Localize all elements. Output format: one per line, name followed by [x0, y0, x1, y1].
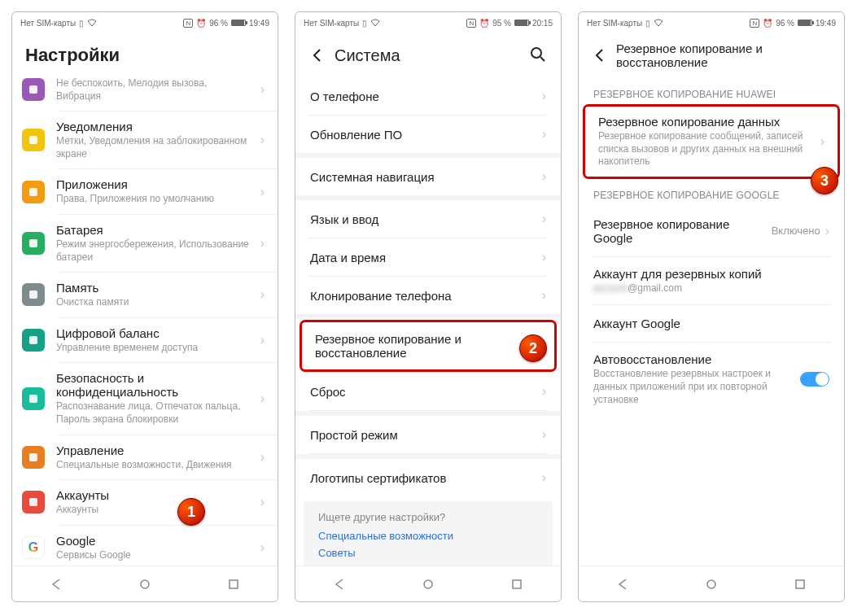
nav-back[interactable] [295, 566, 384, 601]
wifi-icon [654, 19, 663, 27]
svg-rect-0 [29, 85, 37, 94]
nav-recents[interactable] [189, 566, 278, 601]
settings-row-3[interactable]: Батарея Режим энергосбережения, Использо… [12, 215, 278, 272]
row-title: О телефоне [310, 90, 542, 103]
battery-icon [798, 20, 812, 26]
system-row-7[interactable]: Сброс› [295, 373, 561, 410]
chevron-right-icon: › [542, 427, 546, 442]
settings-row-1[interactable]: Уведомления Метки, Уведомления на заблок… [12, 111, 278, 168]
row-subtitle: Режим энергосбережения, Использование ба… [56, 238, 254, 264]
system-row-1[interactable]: Обновление ПО› [295, 116, 561, 153]
google-account-row[interactable]: Аккаунт Google [579, 305, 844, 342]
settings-icon [22, 78, 45, 101]
row-subtitle: account@gmail.com [593, 282, 829, 295]
status-bar: Нет SIM-карты ▯ N ⏰ 96 % 19:49 [579, 12, 844, 33]
nav-recents[interactable] [755, 566, 844, 601]
svg-point-15 [707, 580, 715, 588]
nav-home[interactable] [384, 566, 473, 601]
page-title: Система [335, 46, 400, 65]
svg-rect-8 [29, 498, 37, 506]
nav-home[interactable] [101, 566, 190, 601]
auto-restore-toggle[interactable] [800, 372, 829, 387]
search-button[interactable] [530, 46, 548, 64]
nav-home[interactable] [667, 566, 756, 601]
chevron-right-icon: › [542, 169, 546, 184]
settings-row-4[interactable]: Память Очистка памяти › [12, 273, 278, 317]
chevron-right-icon: › [542, 384, 546, 399]
settings-row-6[interactable]: Безопасность и конфиденциальность Распоз… [12, 363, 278, 434]
auto-restore-row[interactable]: Автовосстановление Восстановление резерв… [579, 343, 844, 416]
nav-back[interactable] [579, 566, 667, 601]
nosim-icon: ▯ [79, 19, 84, 28]
system-row-6[interactable]: Резервное копирование и восстановление› [300, 321, 556, 371]
footer-question: Ищете другие настройки? [318, 511, 538, 523]
back-button[interactable] [308, 46, 326, 64]
nosim-icon: ▯ [645, 19, 650, 28]
row-title: Обновление ПО [310, 128, 542, 142]
row-title: Аккаунт для резервных копий [593, 267, 829, 281]
row-subtitle: Управление временем доступа [56, 342, 254, 355]
section-header-google: РЕЗЕРВНОЕ КОПИРОВАНИЕ GOOGLE [579, 178, 844, 206]
row-title: Google [56, 534, 254, 548]
settings-row-0[interactable]: Не беспокоить, Мелодия вызова, Вибрация … [12, 77, 278, 111]
row-subtitle: Метки, Уведомления на заблокированном эк… [56, 135, 254, 160]
back-button[interactable] [592, 46, 608, 64]
svg-rect-2 [29, 188, 37, 196]
system-row-5[interactable]: Клонирование телефона› [295, 277, 561, 314]
wifi-icon [370, 19, 380, 27]
phone-system: Нет SIM-карты ▯ N ⏰ 95 % 20:15 Система О… [295, 11, 562, 602]
chevron-right-icon: › [542, 212, 546, 226]
battery-pct: 96 % [209, 19, 228, 28]
row-title: Резервное копирование Google [593, 217, 772, 245]
step-badge-3: 3 [811, 167, 838, 194]
nav-bar [295, 566, 561, 601]
row-subtitle: Аккаунты [56, 504, 254, 517]
svg-rect-1 [29, 136, 37, 144]
backup-data-row[interactable]: Резервное копирование данных Резервное к… [584, 105, 839, 178]
footer-link-accessibility[interactable]: Специальные возможности [318, 530, 538, 542]
chevron-right-icon: › [542, 127, 546, 142]
sim-status: Нет SIM-карты [304, 19, 359, 28]
settings-icon [22, 181, 45, 203]
settings-icon [22, 387, 45, 410]
chevron-right-icon: › [542, 288, 546, 303]
page-title: Настройки [25, 45, 120, 66]
chevron-right-icon: › [260, 287, 265, 302]
chevron-right-icon: › [542, 470, 546, 485]
battery-icon [514, 20, 529, 26]
system-row-0[interactable]: О телефоне› [295, 77, 561, 115]
chevron-right-icon: › [260, 185, 265, 199]
nav-recents[interactable] [472, 566, 561, 601]
blurred-text: account [593, 282, 628, 294]
page-header: Резервное копирование и восстановление [579, 33, 844, 77]
system-row-9[interactable]: Логотипы сертификатов› [295, 459, 561, 496]
nav-back[interactable] [12, 566, 101, 601]
settings-icon [22, 283, 45, 306]
backup-account-row[interactable]: Аккаунт для резервных копий account@gmai… [579, 257, 844, 305]
settings-row-9[interactable]: G Google Сервисы Google › [12, 526, 278, 566]
row-subtitle: Не беспокоить, Мелодия вызова, Вибрация [56, 77, 254, 103]
settings-icon: G [22, 536, 45, 559]
row-title: Простой режим [310, 428, 542, 442]
system-row-2[interactable]: Системная навигация› [295, 158, 561, 195]
system-row-8[interactable]: Простой режим› [295, 416, 561, 453]
nfc-icon: N [466, 19, 476, 28]
settings-row-5[interactable]: Цифровой баланс Управление временем дост… [12, 318, 278, 363]
settings-row-8[interactable]: Аккаунты Аккаунты › [12, 480, 278, 525]
footer-link-tips[interactable]: Советы [318, 547, 538, 559]
nav-bar [579, 566, 844, 601]
chevron-right-icon: › [820, 134, 824, 149]
svg-point-10 [141, 580, 149, 588]
chevron-right-icon: › [260, 540, 265, 555]
settings-row-2[interactable]: Приложения Права, Приложения по умолчани… [12, 169, 278, 214]
system-row-3[interactable]: Язык и ввод› [295, 200, 561, 238]
alarm-icon: ⏰ [196, 19, 206, 28]
row-title: Системная навигация [310, 170, 542, 184]
clock-time: 19:49 [249, 19, 269, 28]
google-backup-row[interactable]: Резервное копирование Google Включено › [579, 206, 844, 256]
settings-row-7[interactable]: Управление Специальные возможности, Движ… [12, 435, 278, 480]
system-row-4[interactable]: Дата и время› [295, 238, 561, 276]
phone-backup: Нет SIM-карты ▯ N ⏰ 96 % 19:49 Резервное… [578, 11, 845, 602]
row-subtitle: Права, Приложения по умолчанию [56, 193, 254, 206]
row-title: Управление [56, 443, 254, 457]
